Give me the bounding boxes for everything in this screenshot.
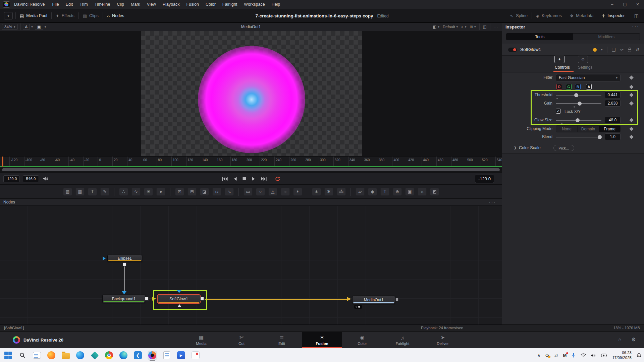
menu-color[interactable]: Color: [202, 0, 219, 9]
pemitter-tool-icon[interactable]: ∗: [312, 188, 321, 196]
expand-toolbar-button[interactable]: ▾: [4, 12, 13, 19]
taskbar-file-explorer-icon[interactable]: [61, 351, 70, 360]
lock-icon[interactable]: [628, 49, 631, 52]
loop-button[interactable]: [275, 176, 280, 181]
subtab-settings[interactable]: Settings: [578, 65, 592, 70]
camera-3d-tool-icon[interactable]: ▣: [405, 188, 414, 196]
clipping-frame-button[interactable]: Frame: [599, 126, 620, 132]
channel-g-button[interactable]: G: [566, 84, 572, 89]
viewer-comp-button[interactable]: ▣: [35, 24, 43, 30]
keyframe-diamond-icon[interactable]: [629, 75, 634, 80]
output-socket-mediaout1[interactable]: [395, 298, 398, 301]
viewer-options-menu[interactable]: ···: [494, 25, 499, 29]
play-button[interactable]: [252, 177, 255, 181]
color-corrector-tool-icon[interactable]: ☀: [144, 188, 153, 196]
clipping-none-button[interactable]: None: [556, 126, 578, 132]
volume-icon[interactable]: [591, 353, 596, 358]
metadata-button[interactable]: ❖Metadata: [566, 9, 598, 23]
node-color-swatch[interactable]: [593, 48, 597, 52]
ellipse-mask-tool-icon[interactable]: ○: [256, 188, 265, 196]
particles-tool-icon[interactable]: ∴: [119, 188, 128, 196]
channel-r-button[interactable]: R: [556, 84, 562, 89]
text-3d-tool-icon[interactable]: T: [380, 188, 389, 196]
node-background1[interactable]: Background1: [102, 295, 145, 303]
node-ellipse1[interactable]: Ellipse1: [107, 255, 142, 262]
settings-tab-icon[interactable]: ⚙: [578, 56, 588, 63]
merge-tool-icon[interactable]: ◪: [200, 188, 209, 196]
tab-tools[interactable]: Tools: [506, 34, 573, 40]
node-softglow1-selected[interactable]: SoftGlow1: [157, 294, 201, 304]
settings-sliders-icon[interactable]: ⇄: [554, 353, 558, 358]
page-fairlight[interactable]: ♫Fairlight: [382, 332, 423, 348]
fast-noise-tool-icon[interactable]: ▩: [75, 188, 85, 196]
viewer-zoom-select[interactable]: 34%▾: [2, 24, 18, 30]
wire-softglow-to-mediaout[interactable]: [205, 299, 347, 300]
timeline-scrollbar-thumb[interactable]: [2, 168, 500, 171]
matte-control-tool-icon[interactable]: ◘: [212, 188, 221, 196]
menu-edit[interactable]: Edit: [62, 0, 76, 9]
inspector-options-menu[interactable]: ···: [632, 24, 644, 30]
inspector-button[interactable]: ✛Inspector: [597, 9, 629, 23]
menu-mark[interactable]: Mark: [127, 0, 144, 9]
mediaout-viewer-dots-badge[interactable]: [354, 305, 362, 309]
timeline-ruler[interactable]: -120-100-80-60-40-2002040608010012014016…: [0, 156, 502, 167]
page-fusion[interactable]: ✶Fusion: [302, 332, 342, 348]
menu-view[interactable]: View: [144, 0, 159, 9]
viewer-preset-select[interactable]: Default▾: [443, 25, 458, 29]
clipping-domain-button[interactable]: Domain: [578, 126, 599, 132]
page-color[interactable]: ◉Color: [342, 332, 382, 348]
taskbar-notepad-icon[interactable]: [162, 351, 171, 360]
resize-tool-icon[interactable]: ↘: [225, 188, 234, 196]
taskbar-edge-icon[interactable]: [119, 351, 128, 360]
blur-tool-icon[interactable]: ●: [156, 188, 165, 196]
channel-a-button[interactable]: A: [586, 84, 592, 89]
keyframe-diamond-icon[interactable]: [629, 85, 634, 89]
page-deliver[interactable]: ➤Deliver: [423, 332, 463, 348]
wifi-icon[interactable]: [581, 353, 586, 357]
timeline-scrollbar[interactable]: [0, 167, 502, 173]
output-socket-softglow1[interactable]: [200, 297, 204, 301]
viewer-grid-button[interactable]: ⊞▾: [470, 24, 476, 29]
dual-viewer-button[interactable]: ◫: [483, 24, 487, 29]
taskbar-screen-capture-icon[interactable]: [191, 351, 200, 360]
keyframe-diamond-icon[interactable]: [629, 135, 634, 139]
renderer-3d-tool-icon[interactable]: ◩: [430, 188, 439, 196]
effects-button[interactable]: ✦Effects: [52, 9, 78, 23]
versions-icon[interactable]: ❏: [612, 47, 616, 52]
prender-tool-icon[interactable]: ⁂: [337, 188, 346, 196]
audio-mute-icon[interactable]: [43, 176, 49, 181]
sync-icon[interactable]: ⟳: [545, 353, 549, 358]
menu-workspace[interactable]: Workspace: [240, 0, 268, 9]
page-cut[interactable]: ✄Cut: [221, 332, 262, 348]
text-plus-tool-icon[interactable]: T: [88, 188, 97, 196]
keyframe-diamond-icon[interactable]: [629, 127, 634, 131]
taskbar-davinci-resolve-icon[interactable]: [148, 351, 157, 360]
subtab-controls[interactable]: Controls: [555, 65, 570, 70]
menu-help[interactable]: Help: [268, 0, 284, 9]
reset-icon[interactable]: ↺: [636, 47, 639, 52]
minimize-button[interactable]: –: [606, 2, 619, 7]
tray-chevron-icon[interactable]: ∧: [537, 353, 540, 358]
page-edit[interactable]: ≣Edit: [262, 332, 302, 348]
menu-file[interactable]: File: [49, 0, 62, 9]
maximize-button[interactable]: ▢: [619, 2, 631, 7]
step-back-button[interactable]: [233, 177, 237, 181]
clips-button[interactable]: ▥Clips: [79, 9, 103, 23]
chevron-down-icon[interactable]: ▾: [31, 25, 33, 28]
pick-color-button[interactable]: Pick...: [553, 145, 574, 151]
teams-icon[interactable]: M: [563, 353, 567, 358]
keyframes-button[interactable]: ◈Keyframes: [532, 9, 566, 23]
spline-shape-tool-icon[interactable]: ∿: [131, 188, 141, 196]
menu-fusion[interactable]: Fusion: [183, 0, 202, 9]
spot-light-3d-tool-icon[interactable]: ☼: [418, 188, 427, 196]
render-end-input[interactable]: 546.0: [23, 175, 39, 182]
bspline-mask-tool-icon[interactable]: ≈: [281, 188, 290, 196]
taskbar-anydesk-icon[interactable]: [90, 351, 99, 360]
notification-bell-icon[interactable]: z: [637, 353, 641, 358]
taskbar-task-view-icon[interactable]: [32, 351, 42, 360]
taskbar-firefox-icon[interactable]: [47, 351, 56, 360]
wire-ellipse-to-background[interactable]: [124, 266, 125, 291]
node-enable-toggle[interactable]: [508, 48, 517, 52]
taskbar-edge-beta-icon[interactable]: [75, 351, 85, 360]
shape-3d-tool-icon[interactable]: ◆: [368, 188, 377, 196]
